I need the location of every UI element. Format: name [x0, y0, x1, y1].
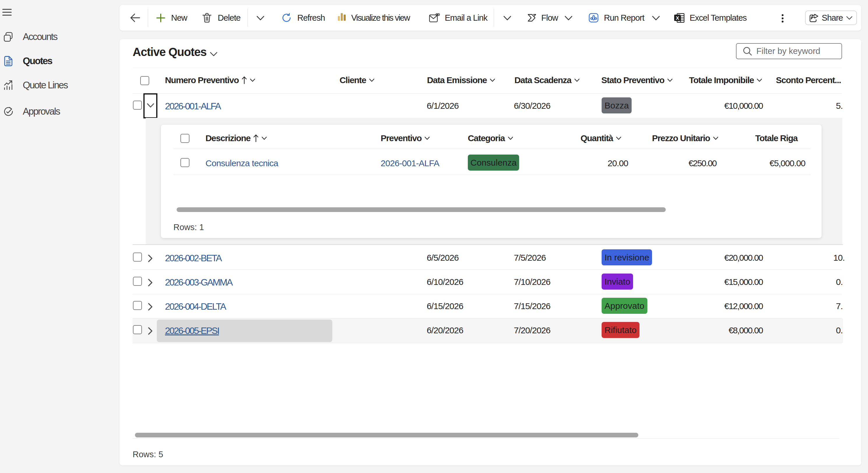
- svg-text:X: X: [676, 15, 679, 21]
